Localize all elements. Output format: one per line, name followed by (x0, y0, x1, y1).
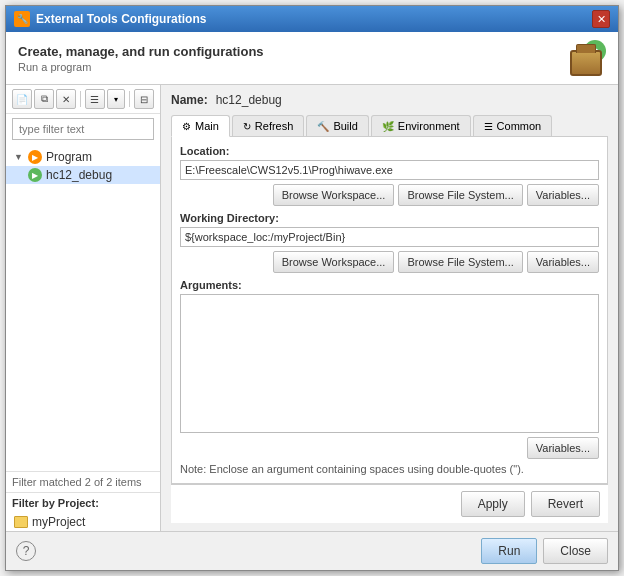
run-button[interactable]: Run (481, 538, 537, 564)
project-label: myProject (32, 515, 85, 529)
browse-workspace-2-button[interactable]: Browse Workspace... (273, 251, 395, 273)
content-area: 📄 ⧉ ✕ ☰ ▾ ⊟ ▼ ▶ Program ▶ hc12_debug (6, 85, 618, 531)
right-panel: Name: hc12_debug ⚙ Main ↻ Refresh 🔨 Buil… (161, 85, 618, 531)
collapse-button[interactable]: ⊟ (134, 89, 154, 109)
filter-config-button[interactable]: ☰ (85, 89, 105, 109)
name-row: Name: hc12_debug (171, 93, 608, 107)
separator (80, 91, 81, 107)
form-area: Location: Browse Workspace... Browse Fil… (171, 137, 608, 484)
working-dir-input[interactable] (180, 227, 599, 247)
separator-2 (129, 91, 130, 107)
main-tab-label: Main (195, 120, 219, 132)
program-icon: ▶ (28, 150, 42, 164)
browse-filesystem-2-button[interactable]: Browse File System... (398, 251, 522, 273)
header-icon (566, 40, 606, 76)
environment-tab-icon: 🌿 (382, 121, 394, 132)
filter-dropdown[interactable]: ▾ (107, 89, 125, 109)
refresh-tab-label: Refresh (255, 120, 294, 132)
common-tab-label: Common (497, 120, 542, 132)
project-item[interactable]: myProject (6, 513, 160, 531)
toolbox-icon (570, 50, 602, 76)
browse-filesystem-1-button[interactable]: Browse File System... (398, 184, 522, 206)
build-tab-label: Build (333, 120, 357, 132)
help-button[interactable]: ? (16, 541, 36, 561)
project-icon (14, 516, 28, 528)
location-label: Location: (180, 145, 599, 157)
variables-1-button[interactable]: Variables... (527, 184, 599, 206)
main-tab-icon: ⚙ (182, 121, 191, 132)
location-input[interactable] (180, 160, 599, 180)
apply-button[interactable]: Apply (461, 491, 525, 517)
debug-label: hc12_debug (46, 168, 112, 182)
expand-icon: ▼ (14, 152, 24, 162)
args-btn-row: Variables... (180, 437, 599, 459)
tree-area: ▼ ▶ Program ▶ hc12_debug (6, 144, 160, 471)
variables-2-button[interactable]: Variables... (527, 251, 599, 273)
filter-input[interactable] (12, 118, 154, 140)
arguments-textarea[interactable] (180, 294, 599, 433)
window-icon: 🔧 (14, 11, 30, 27)
tree-program[interactable]: ▼ ▶ Program (6, 148, 160, 166)
tab-build[interactable]: 🔨 Build (306, 115, 368, 136)
debug-icon: ▶ (28, 168, 42, 182)
working-dir-label: Working Directory: (180, 212, 599, 224)
header-subtitle: Run a program (18, 61, 264, 73)
footer-buttons: Run Close (481, 538, 608, 564)
footer-row: ? Run Close (6, 531, 618, 570)
tab-main[interactable]: ⚙ Main (171, 115, 230, 137)
browse-workspace-1-button[interactable]: Browse Workspace... (273, 184, 395, 206)
tree-debug[interactable]: ▶ hc12_debug (6, 166, 160, 184)
variables-3-button[interactable]: Variables... (527, 437, 599, 459)
title-bar-left: 🔧 External Tools Configurations (14, 11, 206, 27)
program-label: Program (46, 150, 92, 164)
common-tab-icon: ☰ (484, 121, 493, 132)
arguments-label: Arguments: (180, 279, 599, 291)
left-panel: 📄 ⧉ ✕ ☰ ▾ ⊟ ▼ ▶ Program ▶ hc12_debug (6, 85, 161, 531)
new-config-button[interactable]: 📄 (12, 89, 32, 109)
close-button[interactable]: ✕ (592, 10, 610, 28)
copy-config-button[interactable]: ⧉ (34, 89, 54, 109)
title-bar: 🔧 External Tools Configurations ✕ (6, 6, 618, 32)
working-dir-btn-row: Browse Workspace... Browse File System..… (180, 251, 599, 273)
filter-project-label: Filter by Project: (6, 492, 160, 513)
header-area: Create, manage, and run configurations R… (6, 32, 618, 85)
left-toolbar: 📄 ⧉ ✕ ☰ ▾ ⊟ (6, 85, 160, 114)
build-tab-icon: 🔨 (317, 121, 329, 132)
location-btn-row: Browse Workspace... Browse File System..… (180, 184, 599, 206)
refresh-tab-icon: ↻ (243, 121, 251, 132)
revert-button[interactable]: Revert (531, 491, 600, 517)
main-window: 🔧 External Tools Configurations ✕ Create… (5, 5, 619, 571)
tabs-row: ⚙ Main ↻ Refresh 🔨 Build 🌿 Environment ☰ (171, 115, 608, 137)
tab-common[interactable]: ☰ Common (473, 115, 553, 136)
close-dialog-button[interactable]: Close (543, 538, 608, 564)
tab-environment[interactable]: 🌿 Environment (371, 115, 471, 136)
header-title: Create, manage, and run configurations (18, 44, 264, 59)
apply-revert-row: Apply Revert (171, 484, 608, 523)
header-text: Create, manage, and run configurations R… (18, 44, 264, 73)
delete-config-button[interactable]: ✕ (56, 89, 76, 109)
tab-refresh[interactable]: ↻ Refresh (232, 115, 305, 136)
name-value: hc12_debug (216, 93, 282, 107)
filter-status: Filter matched 2 of 2 items (6, 471, 160, 492)
environment-tab-label: Environment (398, 120, 460, 132)
window-title: External Tools Configurations (36, 12, 206, 26)
note-text: Note: Enclose an argument containing spa… (180, 463, 599, 475)
name-label: Name: (171, 93, 208, 107)
